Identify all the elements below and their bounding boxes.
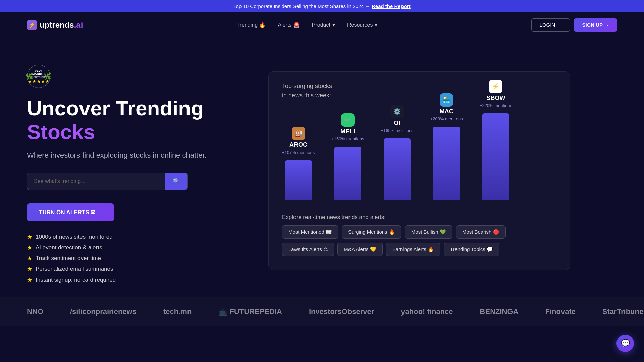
- search-input[interactable]: [27, 173, 165, 190]
- media-logo: Finovate: [545, 307, 575, 316]
- stock-icon: ⚙️: [390, 105, 404, 118]
- explore-label: Explore real-time news trends and alerts…: [282, 214, 556, 221]
- alerts-button[interactable]: TURN ON ALERTS ✉: [27, 203, 114, 221]
- banner-text: Top 10 Corporate Insiders Selling the Mo…: [233, 3, 372, 9]
- chat-icon: 💬: [621, 339, 630, 348]
- award-badge: #1 AI MARKET ALERTS SITE ★★★★★: [27, 65, 221, 88]
- award-line2: ALERTS SITE: [30, 76, 47, 79]
- stock-info: 🏭 AROC +107% mentions: [282, 127, 315, 155]
- hero-section: #1 AI MARKET ALERTS SITE ★★★★★ Uncover T…: [0, 38, 644, 284]
- hero-subtitle: Where investors find exploding stocks in…: [27, 149, 221, 161]
- chart-panel: Top surging stocks in news this week: 🏭 …: [268, 71, 570, 270]
- feature-text-4: Personalized email summaries: [36, 266, 113, 273]
- award-stars: ★★★★★: [28, 79, 50, 84]
- tag-row-1: Most Mentioned 📰Surging Mentions 🔥Most B…: [282, 225, 556, 239]
- bar-column: [384, 138, 411, 200]
- stock-ticker: OI: [394, 120, 400, 127]
- star-icon: ★: [27, 265, 32, 273]
- star-icon: ★: [27, 244, 32, 251]
- star-icon: ★: [27, 233, 32, 241]
- star-icon: ★: [27, 255, 32, 262]
- media-strip: NNO/siliconprairienewstech.mn📺 FUTUREPED…: [0, 297, 644, 326]
- stock-info: ⚙️ OI +165% mentions: [381, 105, 413, 133]
- feature-item: ★ 1000s of news sites monitored: [27, 233, 221, 241]
- media-logo: 📺 FUTUREPEDIA: [218, 307, 282, 316]
- chevron-down-icon: ▾: [332, 22, 335, 28]
- stock-ticker: AROC: [289, 141, 307, 148]
- chevron-down-icon: ▾: [375, 22, 377, 28]
- stock-mentions: +107% mentions: [282, 150, 315, 155]
- nav-resources[interactable]: Resources ▾: [347, 22, 377, 28]
- tag-lawsuits[interactable]: Lawsuits Alerts ⚖: [282, 243, 334, 256]
- chart-label-line2: in news this week:: [282, 92, 331, 99]
- tag-row-2: Lawsuits Alerts ⚖M&A Alerts 💛Earnings Al…: [282, 243, 556, 256]
- bar-item: 🛒 MELI +150% mentions: [331, 113, 364, 200]
- search-button[interactable]: 🔍: [165, 173, 187, 190]
- signup-button[interactable]: SIGN UP →: [574, 18, 617, 32]
- stock-icon: ⚡: [489, 80, 502, 93]
- hero-title-highlight: Stocks: [27, 120, 95, 143]
- navbar: ⚡ uptrends.ai Trending 🔥 Alerts 🚨 Produc…: [0, 12, 644, 38]
- chart-label: Top surging stocks in news this week:: [282, 82, 556, 100]
- bar-column: [433, 127, 460, 200]
- hero-title-part1: Uncover Trending: [27, 97, 204, 120]
- feature-item: ★ Personalized email summaries: [27, 265, 221, 273]
- logo[interactable]: ⚡ uptrends.ai: [27, 20, 83, 30]
- nav-alerts[interactable]: Alerts 🚨: [278, 22, 300, 28]
- bar-item: ⚙️ OI +165% mentions: [381, 105, 413, 200]
- feature-text-2: AI event detection & alerts: [36, 244, 102, 251]
- logo-icon: ⚡: [27, 20, 37, 30]
- search-bar: 🔍: [27, 173, 188, 190]
- stock-icon: 🛒: [341, 113, 355, 127]
- tag-most-bullish[interactable]: Most Bullish 💚: [405, 225, 452, 239]
- logo-text: uptrends.ai: [40, 20, 83, 30]
- media-logo: yahoo! finance: [401, 307, 453, 316]
- tag-ma-alerts[interactable]: M&A Alerts 💛: [337, 243, 383, 256]
- explore-section: Explore real-time news trends and alerts…: [282, 214, 556, 256]
- nav-trending[interactable]: Trending 🔥: [236, 22, 266, 28]
- tag-most-bearish[interactable]: Most Bearish 🔴: [456, 225, 506, 239]
- banner-link[interactable]: Read the Report: [372, 3, 411, 9]
- stock-info: 🛒 MELI +150% mentions: [331, 113, 364, 141]
- bar-chart: 🏭 AROC +107% mentions 🛒 MELI +150% menti…: [282, 110, 556, 204]
- tag-most-mentioned[interactable]: Most Mentioned 📰: [282, 225, 338, 239]
- stock-mentions: +150% mentions: [331, 136, 364, 141]
- nav-product[interactable]: Product ▾: [312, 22, 335, 28]
- bar-column: [482, 113, 509, 200]
- bar-item: 🏪 MAC +203% mentions: [430, 93, 463, 200]
- bar-column: [285, 160, 312, 200]
- feature-item: ★ AI event detection & alerts: [27, 244, 221, 251]
- media-logo: NNO: [27, 307, 43, 316]
- feature-text-1: 1000s of news sites monitored: [36, 234, 113, 240]
- media-logo: tech.mn: [163, 307, 192, 316]
- features-list: ★ 1000s of news sites monitored ★ AI eve…: [27, 233, 221, 284]
- stock-mentions: +220% mentions: [480, 103, 512, 108]
- nav-links: Trending 🔥 Alerts 🚨 Product ▾ Resources …: [236, 22, 377, 28]
- bar-item: 🏭 AROC +107% mentions: [282, 127, 315, 200]
- stock-mentions: +203% mentions: [430, 116, 463, 121]
- stock-mentions: +165% mentions: [381, 128, 413, 133]
- hero-title: Uncover Trending Stocks: [27, 96, 221, 144]
- media-logo: StarTribune: [602, 307, 643, 316]
- tag-earnings[interactable]: Earnings Alerts 🔥: [386, 243, 440, 256]
- hero-right: Top surging stocks in news this week: 🏭 …: [221, 58, 617, 284]
- tag-surging-mentions[interactable]: Surging Mentions 🔥: [342, 225, 401, 239]
- stock-info: 🏪 MAC +203% mentions: [430, 93, 463, 121]
- media-logo: /siliconprairienews: [70, 307, 137, 316]
- stock-icon: 🏭: [292, 127, 305, 140]
- stock-icon: 🏪: [440, 93, 453, 107]
- tag-trending-topics[interactable]: Trending Topics 💬: [444, 243, 499, 256]
- media-logo: BENZINGA: [480, 307, 519, 316]
- stock-ticker: MAC: [440, 108, 453, 115]
- stock-ticker: SBOW: [486, 95, 505, 102]
- hero-left: #1 AI MARKET ALERTS SITE ★★★★★ Uncover T…: [27, 58, 221, 284]
- login-button[interactable]: LOGIN →: [531, 18, 570, 32]
- feature-text-5: Instant signup, no card required: [36, 277, 116, 283]
- top-banner: Top 10 Corporate Insiders Selling the Mo…: [0, 0, 644, 12]
- bar-column: [334, 147, 361, 200]
- feature-item: ★ Track sentiment over time: [27, 255, 221, 262]
- award-line1: #1 AI MARKET: [29, 69, 48, 76]
- feature-item: ★ Instant signup, no card required: [27, 276, 221, 284]
- chat-bubble[interactable]: 💬: [616, 335, 634, 352]
- stock-info: ⚡ SBOW +220% mentions: [480, 80, 512, 108]
